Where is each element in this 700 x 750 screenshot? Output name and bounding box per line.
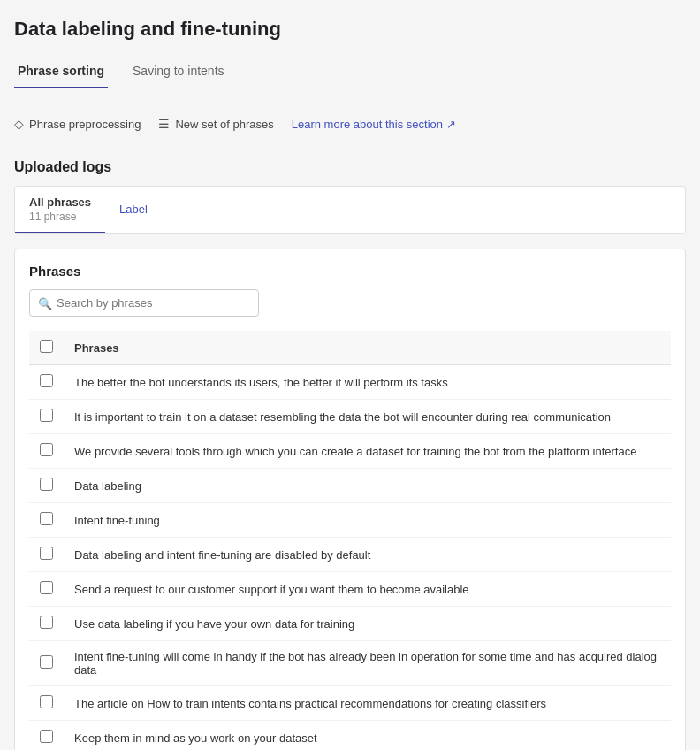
label-phrase-button[interactable]: Label: [105, 187, 162, 233]
table-row: Data labeling: [29, 469, 671, 503]
learn-more-link[interactable]: Learn more about this section ↗: [292, 118, 456, 131]
row-checkbox[interactable]: [40, 374, 53, 387]
row-checkbox-cell: [29, 365, 64, 400]
row-checkbox[interactable]: [40, 547, 53, 560]
row-checkbox[interactable]: [40, 730, 53, 743]
table-row: Keep them in mind as you work on your da…: [29, 721, 671, 751]
row-phrase-text: It is important to train it on a dataset…: [64, 400, 671, 434]
tab-saving-to-intents[interactable]: Saving to intents: [129, 55, 228, 88]
external-link-icon: ↗: [446, 118, 456, 131]
table-header-row: Phrases: [29, 331, 671, 365]
table-row: We provide several tools through which y…: [29, 434, 671, 469]
row-checkbox[interactable]: [40, 478, 53, 491]
secondary-tabs: All phrases 11 phrase Label: [15, 187, 685, 233]
row-checkbox[interactable]: [40, 616, 53, 629]
phrases-card: Phrases 🔍 Phrases The better the bot und…: [14, 249, 686, 750]
row-checkbox[interactable]: [40, 655, 53, 669]
page-title: Data labeling and fine-tuning: [14, 18, 686, 41]
row-phrase-text: Data labeling and intent fine-tuning are…: [64, 538, 671, 572]
row-checkbox[interactable]: [40, 581, 53, 594]
search-icon: 🔍: [38, 296, 52, 310]
row-checkbox[interactable]: [40, 512, 53, 525]
row-phrase-text: Intent fine-tuning: [64, 503, 671, 538]
search-container: 🔍: [29, 289, 671, 317]
row-checkbox[interactable]: [40, 443, 53, 456]
row-checkbox[interactable]: [40, 695, 53, 708]
new-set-button[interactable]: ☰ New set of phrases: [158, 117, 273, 131]
search-input[interactable]: [29, 289, 259, 317]
row-checkbox-cell: [29, 686, 64, 721]
row-phrase-text: Intent fine-tuning will come in handy if…: [64, 641, 671, 686]
tab-phrase-sorting[interactable]: Phrase sorting: [14, 55, 108, 88]
uploaded-logs-card: All phrases 11 phrase Label: [14, 186, 686, 234]
row-phrase-text: Send a request to our customer support i…: [64, 572, 671, 607]
phrase-preprocessing-icon: ◇: [14, 117, 24, 131]
new-set-icon: ☰: [158, 117, 170, 131]
table-row: The article on How to train intents cont…: [29, 686, 671, 721]
phrases-column-header: Phrases: [64, 331, 671, 365]
row-checkbox-cell: [29, 572, 64, 607]
row-checkbox-cell: [29, 400, 64, 434]
main-tabs: Phrase sorting Saving to intents: [14, 55, 686, 88]
row-checkbox-cell: [29, 434, 64, 469]
row-checkbox[interactable]: [40, 409, 53, 422]
table-row: Intent fine-tuning: [29, 503, 671, 538]
phrases-section-title: Phrases: [29, 264, 671, 279]
table-row: The better the bot understands its users…: [29, 365, 671, 400]
table-row: Send a request to our customer support i…: [29, 572, 671, 607]
row-checkbox-cell: [29, 607, 64, 641]
toolbar: ◇ Phrase preprocessing ☰ New set of phra…: [14, 106, 686, 142]
phrases-tbody: The better the bot understands its users…: [29, 365, 671, 751]
row-checkbox-cell: [29, 641, 64, 686]
table-row: Use data labeling if you have your own d…: [29, 607, 671, 641]
row-phrase-text: Use data labeling if you have your own d…: [64, 607, 671, 641]
table-row: Intent fine-tuning will come in handy if…: [29, 641, 671, 686]
row-phrase-text: We provide several tools through which y…: [64, 434, 671, 469]
row-phrase-text: Keep them in mind as you work on your da…: [64, 721, 671, 751]
row-phrase-text: The better the bot understands its users…: [64, 365, 671, 400]
select-all-checkbox[interactable]: [40, 340, 53, 353]
row-checkbox-cell: [29, 538, 64, 572]
row-phrase-text: The article on How to train intents cont…: [64, 686, 671, 721]
tab-all-phrases[interactable]: All phrases 11 phrase: [15, 187, 105, 233]
row-checkbox-cell: [29, 721, 64, 751]
row-checkbox-cell: [29, 503, 64, 538]
row-checkbox-cell: [29, 469, 64, 503]
phrases-table: Phrases The better the bot understands i…: [29, 331, 671, 750]
table-row: Data labeling and intent fine-tuning are…: [29, 538, 671, 572]
phrase-preprocessing-button[interactable]: ◇ Phrase preprocessing: [14, 117, 141, 131]
uploaded-logs-title: Uploaded logs: [14, 159, 686, 175]
header-checkbox-cell: [29, 331, 64, 365]
row-phrase-text: Data labeling: [64, 469, 671, 503]
table-row: It is important to train it on a dataset…: [29, 400, 671, 434]
page-container: Data labeling and fine-tuning Phrase sor…: [0, 0, 700, 750]
